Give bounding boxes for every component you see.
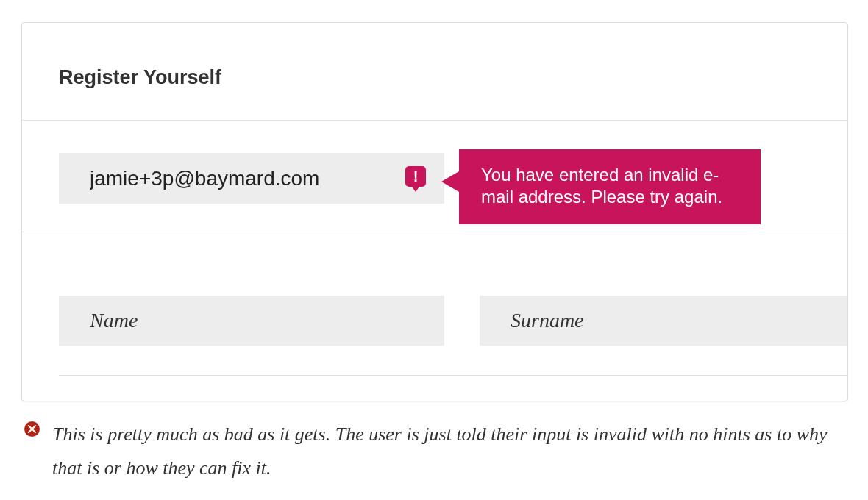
divider — [22, 120, 847, 121]
caption-row: This is pretty much as bad as it gets. T… — [24, 418, 847, 485]
error-tooltip: You have entered an invalid e-mail addre… — [459, 149, 761, 224]
name-input[interactable] — [59, 296, 444, 346]
caption-text: This is pretty much as bad as it gets. T… — [52, 418, 847, 485]
email-row: ! You have entered an invalid e-mail add… — [22, 153, 847, 204]
divider — [22, 232, 847, 232]
cross-icon — [24, 421, 40, 437]
form-heading: Register Yourself — [59, 66, 847, 89]
surname-input[interactable] — [480, 296, 847, 346]
divider — [59, 375, 847, 376]
name-row — [22, 296, 847, 346]
form-screenshot-card: Register Yourself ! You have entered an … — [21, 22, 848, 401]
email-input[interactable] — [59, 153, 444, 204]
error-icon: ! — [405, 166, 426, 187]
